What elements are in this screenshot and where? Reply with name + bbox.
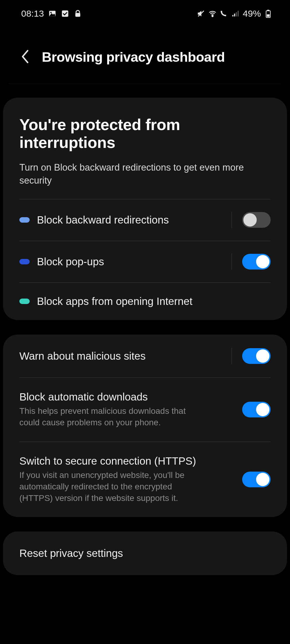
separator (232, 348, 232, 364)
warn-malicious-sites-toggle[interactable] (242, 348, 271, 364)
svg-rect-3 (75, 13, 80, 17)
pill-icon (19, 259, 30, 264)
divider (8, 83, 282, 84)
row-label: Block backward redirections (37, 214, 221, 226)
phone-wifi-icon (220, 9, 228, 18)
separator (232, 212, 232, 228)
separator (232, 253, 232, 270)
back-button[interactable] (19, 49, 31, 65)
row-label: Block automatic downloads (19, 391, 235, 403)
card-title: You're protected from interruptions (19, 116, 271, 152)
row-label: Warn about malicious sites (19, 350, 221, 362)
battery-icon (264, 9, 272, 18)
block-backward-redirections-toggle[interactable] (242, 212, 271, 228)
warn-malicious-sites-row[interactable]: Warn about malicious sites (3, 335, 287, 378)
reset-privacy-settings-row[interactable]: Reset privacy settings (3, 531, 287, 575)
svg-point-5 (212, 15, 213, 17)
pill-icon (19, 217, 30, 223)
row-label: Switch to secure connection (HTTPS) (19, 455, 235, 467)
svg-rect-7 (234, 14, 235, 16)
block-pop-ups-toggle[interactable] (242, 254, 271, 270)
block-automatic-downloads-toggle[interactable] (242, 402, 271, 417)
row-label: Reset privacy settings (19, 547, 271, 559)
reset-card: Reset privacy settings (3, 531, 287, 575)
block-automatic-downloads-row[interactable]: Block automatic downloads This helps pre… (3, 378, 287, 442)
mute-icon (197, 9, 205, 18)
status-battery-percent: 49% (243, 8, 261, 19)
security-card: Warn about malicious sites Block automat… (3, 335, 287, 517)
pill-icon (19, 299, 30, 304)
status-time: 08:13 (21, 8, 44, 19)
check-box-icon (61, 9, 69, 18)
row-label: Block apps from opening Internet (37, 295, 271, 307)
svg-rect-12 (267, 14, 269, 17)
svg-rect-2 (62, 11, 68, 17)
row-description: This helps prevent malicious downloads t… (19, 405, 207, 428)
svg-point-1 (50, 12, 52, 13)
image-icon (48, 9, 57, 18)
signal-icon (231, 9, 240, 18)
svg-rect-6 (232, 15, 233, 17)
status-bar: 08:13 49% (0, 0, 290, 22)
block-apps-opening-internet-row[interactable]: Block apps from opening Internet (3, 283, 287, 320)
svg-rect-8 (236, 12, 237, 16)
switch-https-toggle[interactable] (242, 472, 271, 487)
block-backward-redirections-row[interactable]: Block backward redirections (3, 199, 287, 241)
svg-rect-9 (238, 11, 239, 17)
card-subtitle: Turn on Block backward redirections to g… (19, 161, 271, 187)
interruption-protection-card: You're protected from interruptions Turn… (3, 98, 287, 320)
row-description: If you visit an unencrypted website, you… (19, 469, 207, 504)
page-title: Browsing privacy dashboard (42, 49, 225, 65)
row-label: Block pop-ups (37, 256, 221, 268)
switch-https-row[interactable]: Switch to secure connection (HTTPS) If y… (3, 442, 287, 517)
block-pop-ups-row[interactable]: Block pop-ups (3, 241, 287, 283)
header-row: Browsing privacy dashboard (0, 22, 290, 83)
lock-icon (74, 9, 82, 18)
wifi-icon (208, 9, 217, 18)
